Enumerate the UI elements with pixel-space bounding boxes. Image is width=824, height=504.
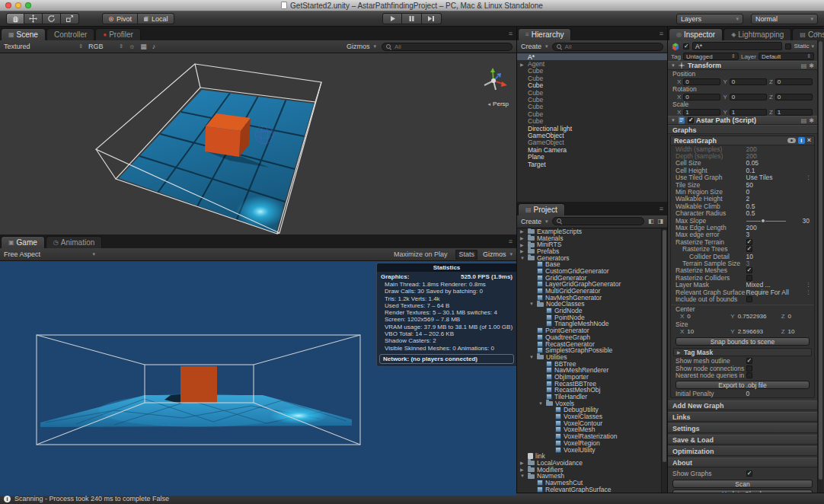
popup-arrows-icon[interactable]: ⋮: [806, 174, 811, 180]
component-enabled-checkbox[interactable]: [688, 117, 694, 123]
tab-project[interactable]: ▤Project: [518, 203, 565, 215]
layer-dropdown[interactable]: Default ⇕: [759, 53, 814, 60]
scale-tool-button[interactable]: [61, 13, 79, 24]
channel-dropdown[interactable]: RGB ⇕: [88, 43, 123, 50]
tag-mask-foldout[interactable]: ▶ Tag Mask: [673, 348, 812, 356]
hand-tool-button[interactable]: [6, 13, 24, 24]
project-item[interactable]: ▼Navmesh: [517, 473, 667, 480]
field-checkbox[interactable]: [746, 296, 752, 302]
project-item[interactable]: NavMeshRenderer: [517, 367, 667, 374]
scene-orientation-gizmo[interactable]: [484, 68, 507, 90]
local-toggle-button[interactable]: Local: [138, 13, 174, 24]
maximize-on-play-button[interactable]: Maximize on Play: [391, 250, 451, 260]
visibility-eye-icon[interactable]: [787, 138, 796, 143]
project-item[interactable]: CustomGridGenerator: [517, 268, 667, 275]
field-checkbox[interactable]: [746, 275, 752, 281]
minimize-window-icon[interactable]: [15, 2, 21, 8]
pause-button[interactable]: [402, 13, 422, 24]
toggle-checkbox[interactable]: [746, 372, 752, 378]
update-check-button[interactable]: Update Check: [672, 490, 813, 493]
search-by-type-icon[interactable]: ◧: [648, 218, 654, 225]
project-item[interactable]: NavMeshGenerator: [517, 294, 667, 301]
info-icon[interactable]: i: [798, 137, 805, 144]
field-checkbox[interactable]: [746, 246, 752, 252]
z-value-field[interactable]: 0: [775, 94, 813, 100]
tab-game[interactable]: ▣Game: [1, 236, 45, 248]
add-new-graph-button[interactable]: Add New Graph: [668, 400, 817, 410]
expand-arrow-icon[interactable]: ▶: [520, 248, 525, 254]
hierarchy-item[interactable]: Plane: [517, 153, 667, 160]
help-book-icon[interactable]: ▤: [801, 62, 807, 69]
scene-gizmos-dropdown[interactable]: Gizmos ▾: [347, 43, 376, 50]
gameobject-active-checkbox[interactable]: [683, 43, 689, 49]
size-x-field[interactable]: X10: [680, 328, 727, 335]
expand-arrow-icon[interactable]: ▼: [520, 256, 525, 260]
project-item[interactable]: RecastMeshObj: [517, 387, 667, 394]
center-y-field[interactable]: Y0.7522936: [730, 313, 778, 320]
pane-menu-icon[interactable]: ≡: [509, 238, 513, 245]
expand-arrow-icon[interactable]: ▼: [520, 474, 525, 478]
hierarchy-item[interactable]: GameObject: [517, 132, 667, 139]
static-toggle[interactable]: Static ▾: [785, 43, 814, 49]
pane-menu-icon[interactable]: ≡: [509, 30, 513, 37]
field-checkbox[interactable]: [746, 267, 752, 273]
transform-component-header[interactable]: ▼ Transform ▤ ✱: [668, 61, 817, 70]
center-z-field[interactable]: Z0: [781, 313, 810, 320]
y-value-field[interactable]: 0: [730, 94, 767, 100]
hierarchy-item[interactable]: GameObject: [517, 139, 667, 146]
hierarchy-item[interactable]: Target: [517, 161, 667, 167]
hierarchy-item[interactable]: Cube: [517, 68, 667, 75]
hierarchy-item[interactable]: Cube: [517, 89, 667, 96]
slider-track[interactable]: [746, 221, 786, 222]
section-links[interactable]: Links: [668, 412, 817, 422]
y-value-field[interactable]: 0: [730, 78, 767, 85]
static-checkbox[interactable]: [785, 43, 791, 49]
scene-search-input[interactable]: All: [382, 43, 513, 51]
expand-arrow-icon[interactable]: ▶: [520, 460, 525, 465]
x-value-field[interactable]: 0: [683, 94, 720, 100]
hierarchy-item[interactable]: Cube: [517, 96, 667, 103]
snap-bounds-button[interactable]: Snap bounds to scene: [675, 337, 810, 346]
game-gizmos-dropdown[interactable]: Gizmos ▾: [483, 250, 513, 258]
z-value-field[interactable]: 1: [775, 109, 813, 116]
search-by-label-icon[interactable]: ◨: [657, 218, 663, 225]
gear-icon[interactable]: ✱: [809, 62, 814, 69]
foldout-arrow-icon[interactable]: ▼: [671, 118, 675, 123]
toggle-checkbox[interactable]: [746, 358, 752, 364]
graphs-section-label[interactable]: Graphs: [668, 125, 817, 134]
expand-arrow-icon[interactable]: ▶: [520, 62, 524, 67]
size-z-field[interactable]: Z10: [781, 328, 810, 335]
hierarchy-create-button[interactable]: Create ▾: [521, 43, 548, 50]
project-item[interactable]: ▼Utilities: [517, 354, 667, 361]
expand-arrow-icon[interactable]: ▼: [529, 355, 535, 359]
pivot-toggle-button[interactable]: Pivot: [102, 13, 138, 24]
tab-inspector[interactable]: ◎Inspector: [669, 28, 723, 40]
tab-scene[interactable]: ▦Scene: [1, 28, 46, 40]
inspector-scrollbar[interactable]: [817, 40, 823, 493]
tab-profiler[interactable]: ●Profiler: [95, 28, 141, 40]
hierarchy-item[interactable]: Cube: [517, 82, 667, 89]
expand-arrow-icon[interactable]: ▼: [538, 401, 544, 406]
step-button[interactable]: [422, 13, 442, 24]
hierarchy-search-input[interactable]: All: [552, 43, 663, 51]
section-about[interactable]: About: [668, 458, 817, 467]
hierarchy-item[interactable]: A*: [517, 53, 667, 60]
popup-arrows-icon[interactable]: ⋮: [806, 282, 811, 288]
section-optimization[interactable]: Optimization: [668, 446, 817, 456]
x-value-field[interactable]: 1: [683, 109, 720, 116]
z-value-field[interactable]: 0: [775, 78, 813, 85]
pane-menu-icon[interactable]: ≡: [660, 30, 663, 37]
field-value[interactable]: 3: [746, 260, 811, 267]
project-item[interactable]: PointGenerator: [517, 327, 667, 334]
project-item[interactable]: ▼Generators: [517, 254, 667, 261]
toggle-checkbox[interactable]: [746, 365, 752, 372]
expand-arrow-icon[interactable]: ▶: [520, 228, 525, 234]
close-window-icon[interactable]: [5, 2, 11, 8]
enum-dropdown[interactable]: Require For All: [746, 289, 806, 296]
recastgraph-header[interactable]: RecastGraph i ×: [671, 136, 814, 145]
field-value[interactable]: 0.5: [746, 209, 811, 217]
stats-button[interactable]: Stats: [455, 250, 477, 260]
scene-viewport[interactable]: ◂ Persp: [0, 53, 516, 234]
slider-knob[interactable]: [761, 219, 765, 223]
hierarchy-item[interactable]: Cube: [517, 104, 667, 110]
